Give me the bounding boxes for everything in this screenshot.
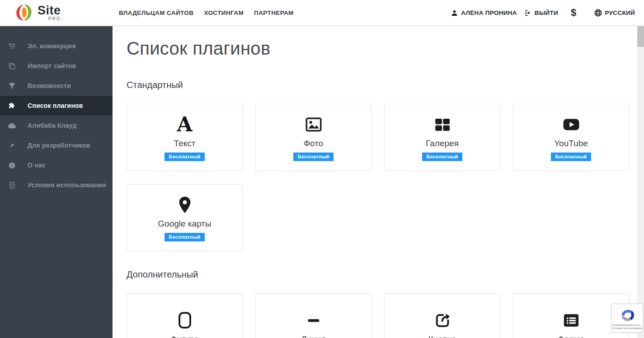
plugin-label: Фигура (170, 334, 198, 338)
recaptcha-icon (620, 307, 635, 322)
user-menu[interactable]: АЛЁНА ПРОНИНА (451, 9, 517, 17)
sign-out-icon (524, 9, 532, 17)
free-badge: Бесплатный (551, 153, 592, 161)
plugin-card-shape[interactable]: Фигура (127, 293, 243, 338)
plugin-label: Кнопка (428, 334, 456, 338)
trophy-icon (8, 82, 16, 90)
sidebar-item-label: Список плагинов (28, 102, 83, 109)
nav-hostings[interactable]: ХОСТИНГАМ (204, 9, 244, 16)
scrollbar-thumb[interactable] (637, 26, 644, 47)
sidebar-item-terms[interactable]: Условия использования (0, 175, 113, 195)
sidebar: Эл. коммерция Импорт сайтов Возможности (0, 26, 113, 338)
sidebar-item-label: Импорт сайтов (28, 62, 76, 69)
logo-brand-text: Site (38, 5, 61, 17)
plugin-label: Линия (301, 334, 325, 338)
language-selector[interactable]: РУССКИЙ (594, 9, 635, 17)
sidebar-item-label: Возможности (28, 82, 71, 89)
gallery-icon (433, 114, 452, 135)
currency-button[interactable]: $ (571, 7, 577, 19)
language-label: РУССКИЙ (605, 9, 635, 16)
section-heading-additional: Дополнительный (127, 269, 637, 280)
sidebar-item-label: Эл. коммерция (28, 42, 76, 50)
recaptcha-badge[interactable]: Конфиденциальность - Условия использован… (611, 304, 643, 333)
nav-site-owners[interactable]: ВЛАДЕЛЬЦАМ САЙТОВ (119, 9, 193, 16)
plugin-label: Галерея (426, 139, 459, 148)
user-icon (451, 9, 458, 17)
puzzle-icon (8, 102, 16, 110)
plugin-label: Google карты (158, 219, 211, 229)
plugin-label: YouTube (554, 139, 588, 148)
plugin-label: Фото (304, 139, 324, 148)
plugin-card-button[interactable]: Кнопка (384, 293, 500, 338)
nav-partners[interactable]: ПАРТНЕРАМ (254, 9, 294, 16)
cloud-icon (8, 122, 16, 130)
line-icon (304, 310, 323, 331)
main-content: Список плагинов Стандартный A Текст Бесп… (113, 26, 637, 338)
plug-icon (8, 142, 16, 149)
sidebar-item-about[interactable]: О нас (0, 155, 113, 175)
plugin-card-youtube[interactable]: YouTube Бесплатный (513, 104, 629, 171)
sidebar-item-developers[interactable]: Для разработчиков (0, 135, 113, 155)
free-badge: Бесплатный (165, 153, 205, 161)
text-icon: A (177, 114, 192, 135)
youtube-icon (561, 114, 581, 135)
plugin-label: Форма (558, 334, 584, 338)
sidebar-item-alibaba-cloud[interactable]: Алибаба Клауд (0, 116, 113, 135)
section-heading-standard: Стандартный (127, 80, 637, 90)
scrollbar-track (637, 26, 644, 338)
photo-icon (304, 114, 323, 135)
button-icon (433, 310, 452, 331)
file-text-icon (8, 181, 16, 189)
user-name: АЛЁНА ПРОНИНА (461, 9, 517, 16)
header-right: АЛЁНА ПРОНИНА ВЫЙТИ $ РУССКИЙ (451, 7, 644, 19)
shape-icon (176, 310, 194, 331)
sidebar-item-label: Условия использования (28, 181, 106, 189)
free-badge: Бесплатный (165, 233, 205, 241)
plugin-card-photo[interactable]: Фото Бесплатный (255, 104, 371, 171)
copy-icon (8, 62, 16, 70)
dollar-icon: $ (571, 7, 577, 19)
sidebar-item-plugin-list[interactable]: Список плагинов (0, 96, 113, 116)
sidebar-item-label: Для разработчиков (28, 142, 90, 149)
logout-button[interactable]: ВЫЙТИ (524, 9, 558, 17)
map-marker-icon (175, 194, 194, 216)
sidebar-item-features[interactable]: Возможности (0, 76, 113, 96)
free-badge: Бесплатный (293, 153, 334, 161)
sidebar-item-label: Алибаба Клауд (28, 122, 77, 129)
plugin-label: Текст (174, 139, 196, 148)
recaptcha-privacy-text: Конфиденциальность - Условия использован… (612, 324, 643, 330)
additional-plugins-grid: Фигура Линия Кнопка (127, 293, 637, 338)
globe-icon (594, 9, 602, 17)
plugin-card-line[interactable]: Линия (255, 293, 371, 338)
plugin-card-gallery[interactable]: Галерея Бесплатный (384, 104, 500, 171)
sidebar-item-import-sites[interactable]: Импорт сайтов (0, 56, 113, 76)
plugin-card-text[interactable]: A Текст Бесплатный (127, 104, 243, 171)
cart-icon (8, 42, 16, 50)
form-icon (562, 310, 581, 331)
plugin-card-google-maps[interactable]: Google карты Бесплатный (127, 184, 243, 251)
header-nav: ВЛАДЕЛЬЦАМ САЙТОВ ХОСТИНГАМ ПАРТНЕРАМ (119, 9, 294, 16)
sidebar-item-ecommerce[interactable]: Эл. коммерция (0, 36, 113, 56)
site-pro-logo[interactable]: Site PRO (0, 3, 113, 22)
top-header: Site PRO ВЛАДЕЛЬЦАМ САЙТОВ ХОСТИНГАМ ПАР… (0, 0, 644, 26)
free-badge: Бесплатный (422, 153, 463, 161)
info-icon (8, 162, 16, 169)
logout-label: ВЫЙТИ (535, 9, 558, 16)
sidebar-item-label: О нас (28, 162, 46, 169)
logo-swirl-icon (15, 3, 33, 22)
logo-sub-text: PRO (48, 17, 61, 21)
sidebar-menu: Эл. коммерция Импорт сайтов Возможности (0, 36, 113, 195)
standard-plugins-grid: A Текст Бесплатный Фото Бесплатный (127, 104, 637, 251)
page-title: Список плагинов (127, 38, 637, 59)
